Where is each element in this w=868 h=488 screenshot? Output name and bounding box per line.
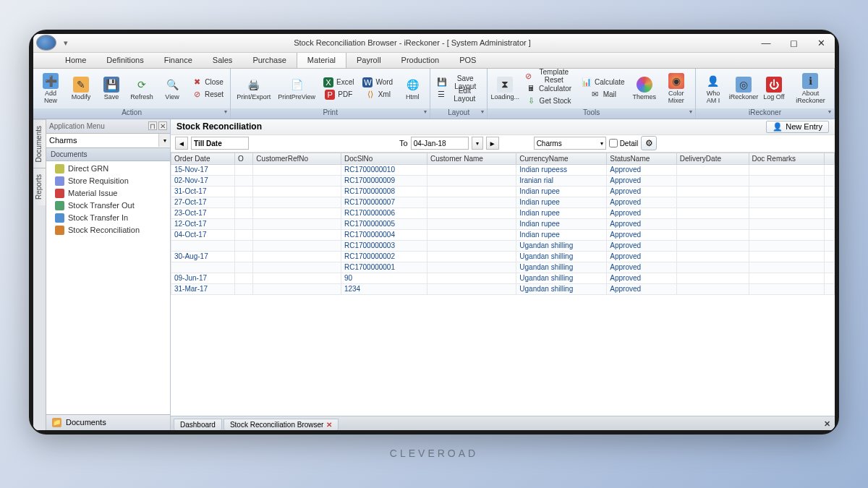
column-header[interactable]: DeliveryDate [676, 153, 749, 164]
save-button[interactable]: 💾Save [97, 75, 126, 102]
filter-combo[interactable]: Charms▾ [534, 137, 606, 150]
menu-material[interactable]: Material [297, 53, 346, 68]
menu-finance[interactable]: Finance [154, 53, 203, 68]
settings-button[interactable]: ⚙ [641, 136, 657, 150]
to-date-field[interactable]: 04-Jan-18 [411, 137, 469, 150]
who-am-i-button[interactable]: 👤Who AM I [699, 72, 728, 106]
tab-close-icon[interactable]: ✕ [326, 421, 332, 429]
menu-purchase[interactable]: Purchase [242, 53, 296, 68]
table-row[interactable]: 31-Mar-171234Ugandan shillingApproved [171, 283, 835, 294]
column-header[interactable]: Customer Name [427, 153, 516, 164]
user-plus-icon: 👤 [773, 122, 783, 132]
menu-sales[interactable]: Sales [203, 53, 243, 68]
table-row[interactable]: 02-Nov-17RC1700000009Iranian rialApprove… [171, 175, 835, 186]
menu-home[interactable]: Home [55, 53, 96, 68]
sidebar-search-input[interactable] [46, 134, 158, 147]
maximize-button[interactable]: ◻ [780, 34, 807, 53]
table-row[interactable]: 23-Oct-17RC1700000006Indian rupeeApprove… [171, 207, 835, 218]
template-reset-button[interactable]: ⊘Template Reset [521, 70, 576, 82]
doc-icon [55, 176, 64, 186]
ireckoner-button[interactable]: ◎iReckoner [729, 75, 758, 102]
app-logo-icon[interactable] [36, 35, 56, 51]
folder-icon: 📁 [52, 418, 61, 427]
column-header[interactable]: O [235, 153, 253, 164]
tree-item-stock-reconciliation[interactable]: Stock Reconciliation [46, 224, 170, 236]
calculator-button[interactable]: 🖩Calculator [521, 82, 576, 95]
column-header[interactable]: Order Date [171, 153, 235, 164]
add-new-button[interactable]: ➕Add New [36, 72, 65, 106]
calculate-button[interactable]: 📊Calculate [578, 76, 629, 88]
xml-button[interactable]: ⟨⟩Xml [359, 88, 396, 100]
ribbon-group-print: Print [231, 108, 430, 119]
tab-dashboard[interactable]: Dashboard [174, 419, 222, 430]
next-button[interactable]: ► [486, 137, 499, 150]
edit-layout-button[interactable]: ☰Edit Layout [433, 88, 484, 100]
table-row[interactable]: 04-Oct-17RC1700000004Indian rupeeApprove… [171, 229, 835, 240]
tree-item-material-issue[interactable]: Material Issue [46, 187, 170, 200]
menu-payroll[interactable]: Payroll [346, 53, 391, 68]
minimize-button[interactable]: — [752, 34, 780, 53]
close-button[interactable]: ✕ [807, 34, 835, 53]
log-off-button[interactable]: ⏻Log Off [760, 75, 788, 102]
about-button[interactable]: ℹAbout iReckoner [790, 72, 831, 106]
sidebar-close-icon[interactable]: ✕ [158, 121, 167, 130]
quick-access-dropdown[interactable]: ▾ [59, 38, 72, 48]
table-row[interactable]: 09-Jun-1790Ugandan shillingApproved [171, 273, 835, 283]
till-date-field[interactable]: Till Date [191, 137, 249, 150]
tree-item-direct-grn[interactable]: Direct GRN [46, 163, 170, 175]
prev-button[interactable]: ◄ [175, 137, 188, 150]
titlebar: ▾ Stock Reconciliation Browser - iReckon… [33, 34, 835, 53]
get-stock-button[interactable]: ⇩Get Stock [521, 95, 576, 107]
menu-definitions[interactable]: Definitions [96, 53, 153, 68]
to-date-dropdown[interactable]: ▾ [472, 137, 483, 150]
table-row[interactable]: RC1700000001Ugandan shillingApproved [171, 262, 835, 273]
detail-checkbox[interactable]: Detail [609, 139, 639, 147]
tree-item-stock-transfer-out[interactable]: Stock Transfer Out [46, 200, 170, 212]
print-export-button[interactable]: 🖨️Print/Export [234, 75, 273, 102]
color-mixer-button[interactable]: ◉Color Mixer [660, 72, 692, 106]
table-row[interactable]: 12-Oct-17RC1700000005Indian rupeeApprove… [171, 218, 835, 229]
ribbon-group-ireckoner: iReckoner [696, 108, 834, 119]
sidebar-footer-documents[interactable]: 📁 Documents [46, 414, 170, 430]
table-row[interactable]: RC1700000003Ugandan shillingApproved [171, 240, 835, 251]
column-header[interactable]: CurrencyName [516, 153, 607, 164]
mail-button[interactable]: ✉Mail [578, 88, 629, 100]
tree-item-stock-transfer-in[interactable]: Stock Transfer In [46, 212, 170, 224]
data-grid[interactable]: Order DateOCustomerRefNoDocSlNoCustomer … [171, 153, 835, 416]
column-header[interactable]: Doc Remarks [749, 153, 825, 164]
reset-button[interactable]: ⊘Reset [188, 88, 227, 100]
tab-stock-reconciliation-browser[interactable]: Stock Reconciliation Browser✕ [224, 419, 339, 430]
column-header[interactable]: CustomerRefNo [253, 153, 341, 164]
modify-button[interactable]: ✎Modify [67, 75, 95, 102]
table-row[interactable]: 31-Oct-17RC1700000008Indian rupeeApprove… [171, 186, 835, 197]
tree-item-store-requisition[interactable]: Store Requisition [46, 175, 170, 187]
menu-production[interactable]: Production [391, 53, 450, 68]
word-button[interactable]: WWord [359, 76, 396, 88]
tabs-close-all[interactable]: ✕ [820, 418, 835, 430]
print-preview-button[interactable]: 📄PrintPreView [275, 75, 318, 102]
html-button[interactable]: 🌐Html [398, 75, 427, 102]
column-header[interactable]: StatusName [607, 153, 676, 164]
table-row[interactable]: 15-Nov-17RC1700000010Indian rupeessAppro… [171, 164, 835, 175]
excel-button[interactable]: XExcel [320, 76, 357, 88]
side-tab-documents[interactable]: Documents [33, 119, 46, 168]
side-tab-reports[interactable]: Reports [33, 168, 46, 205]
column-header[interactable]: DocSlNo [341, 153, 427, 164]
close-record-button[interactable]: ✖Close [188, 76, 227, 88]
table-row[interactable]: 30-Aug-17RC1700000002Ugandan shillingApp… [171, 251, 835, 262]
loading-button[interactable]: ⧗Loading... [490, 75, 519, 102]
sidebar-pin-icon[interactable]: ⊓ [148, 121, 157, 130]
ribbon-group-action: Action [33, 108, 230, 119]
table-row[interactable]: 27-Oct-17RC1700000007Indian rupeeApprove… [171, 197, 835, 207]
themes-button[interactable]: Themes [630, 75, 659, 102]
ribbon-group-layout: Layout [430, 108, 487, 119]
view-button[interactable]: 🔍View [158, 75, 187, 102]
page-title: Stock Reconciliation [176, 121, 262, 132]
sidebar-section-title: Documents [46, 148, 170, 161]
side-tabs: DocumentsReports [33, 119, 46, 430]
refresh-button[interactable]: ⟳Refresh [127, 75, 156, 102]
new-entry-button[interactable]: 👤 New Entry [766, 121, 829, 133]
pdf-button[interactable]: PPDF [320, 88, 357, 100]
menu-pos[interactable]: POS [449, 53, 486, 68]
sidebar-search-dropdown[interactable]: ▾ [158, 134, 170, 147]
